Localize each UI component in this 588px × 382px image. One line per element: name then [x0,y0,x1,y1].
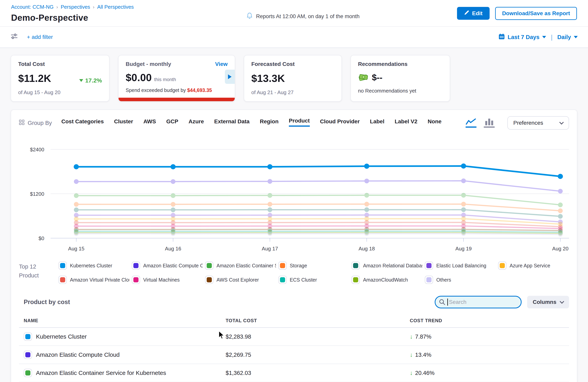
budget-card: Budget - monthly View $0.00 this month S… [118,55,235,102]
tab-external-data[interactable]: External Data [214,118,250,128]
preferences-dropdown[interactable]: Preferences [507,116,569,130]
recommendations-subtext: no Recommendations yet [358,88,442,94]
legend-item[interactable]: Others [425,276,496,284]
legend-title: Top 12 Product [19,261,59,284]
legend-item[interactable]: Amazon Virtual Private Cloud [59,276,129,284]
legend-item[interactable]: AWS Cost Explorer [205,276,276,284]
table-row[interactable]: Amazon Elastic Compute Cloud$2,269.75↓13… [19,346,569,364]
legend-item[interactable]: Azure App Service [498,261,569,270]
product-name: Kubernetes Cluster [36,333,87,340]
table-row[interactable]: Amazon Elastic Container Service for Kub… [19,364,569,382]
cost-trend-cell: ↓13.4% [410,351,569,358]
column-header-total-cost[interactable]: TOTAL COST [226,318,410,324]
trend-down-arrow-icon: ↓ [410,351,413,358]
money-banknotes-icon [358,72,368,83]
edit-button[interactable]: Edit [457,7,490,20]
x-axis-tick-label: Aug 17 [262,246,278,251]
tab-gcp[interactable]: GCP [166,118,178,128]
x-axis-tick-label: Aug 16 [165,246,181,251]
series-color-chip [278,261,287,270]
add-filter-button[interactable]: + add filter [27,34,53,40]
y-axis-tick-label: $1200 [30,191,44,197]
series-color-chip [425,261,433,270]
budget-expand-toggle[interactable] [225,70,235,84]
series-color-chip [498,261,506,270]
tab-cost-categories[interactable]: Cost Categories [62,118,104,128]
tab-cloud-provider[interactable]: Cloud Provider [320,118,360,128]
series-color-chip [352,276,360,284]
trend-value: 13.4% [415,352,431,358]
active-underline [465,127,477,128]
legend-item[interactable]: Virtual Machines [132,276,203,284]
series-color-chip [132,276,140,284]
legend-item[interactable]: Storage [278,261,349,270]
tab-label[interactable]: Label [370,118,384,128]
columns-dropdown[interactable]: Columns [527,296,569,308]
legend-item[interactable]: Elastic Load Balancing [425,261,496,270]
legend-item-label: Storage [290,263,307,268]
breadcrumb-link[interactable]: Account: CCM-NG [11,4,54,10]
tab-region[interactable]: Region [260,118,279,128]
breadcrumb-link[interactable]: Perspectives [61,4,90,10]
trend-down-arrow-icon: ↓ [410,333,413,340]
legend-item-label: Kubernetes Cluster [70,263,112,268]
table-section-header: Product by cost Columns [19,296,569,308]
breadcrumb: Account: CCM-NG›Perspectives›All Perspec… [11,4,181,10]
recommendations-value: $-- [372,73,382,82]
chevron-down-icon [574,36,578,38]
series-amazon-elastic-container-service-for-kubernetes [74,193,563,207]
tab-aws[interactable]: AWS [144,118,156,128]
trend-down-arrow-icon: ↓ [410,370,413,376]
x-axis-tick-label: Aug 19 [455,246,472,251]
legend-item[interactable]: Amazon Elastic Container Se... [205,261,276,270]
reports-note-text: Reports At 12:00 AM, on day 1 of the mon… [256,13,360,19]
breadcrumb-separator: › [56,4,58,10]
legend-item[interactable]: Kubernetes Cluster [59,261,129,270]
total-cost-title: Total Cost [18,61,102,67]
column-header-name[interactable]: NAME [19,318,226,324]
edit-button-label: Edit [472,10,483,17]
chart-legend: Top 12 Product Kubernetes ClusterAmazon … [19,261,569,284]
table-row[interactable]: Kubernetes Cluster$2,283.98↓7.87% [19,328,569,346]
forecasted-cost-card: Forecasted Cost $13.3K of Aug 21 - Aug 2… [244,55,342,102]
series-color-chip [352,261,360,270]
budget-view-link[interactable]: View [215,61,228,67]
tab-product[interactable]: Product [289,118,310,127]
trend-value: 20.46% [415,370,435,376]
breadcrumb-link[interactable]: All Perspectives [97,4,134,10]
bell-icon [246,12,253,21]
bar-chart-toggle[interactable] [484,118,495,128]
legend-item[interactable]: Amazon Relational Database ... [352,261,422,270]
legend-item-label: ECS Cluster [290,277,317,283]
budget-exceeded-amount: $44,693.35 [187,87,212,93]
tab-label-v2[interactable]: Label V2 [395,118,417,128]
tab-cluster[interactable]: Cluster [114,118,133,128]
date-range-label: Last 7 Days [508,34,539,40]
group-by-row: Group By Cost CategoriesClusterAWSGCPAzu… [19,116,569,130]
recommendations-card: Recommendations $-- no Recommendations y… [351,55,450,102]
table-body: Kubernetes Cluster$2,283.98↓7.87%Amazon … [19,328,569,382]
filter-sliders-icon[interactable] [10,33,18,41]
granularity-dropdown[interactable]: Daily [557,34,578,40]
series-amazon-virtual-private-cloud [74,220,563,229]
legend-item-label: Amazon Virtual Private Cloud [70,277,129,283]
column-header-cost-trend[interactable]: COST TREND [410,318,569,324]
cost-line-chart[interactable]: $2400$1200$0Aug 15Aug 16Aug 17Aug 18Aug … [19,141,572,260]
total-cost-cell: $2,269.75 [226,352,410,358]
y-axis-tick-label: $0 [39,235,44,241]
date-range-dropdown[interactable]: Last 7 Days [499,33,546,41]
legend-item[interactable]: Amazon Elastic Compute Clo... [132,261,203,270]
tab-none[interactable]: None [428,118,441,128]
total-cost-cell: $2,283.98 [226,333,410,340]
line-chart-toggle[interactable] [465,118,477,128]
trend-down-icon [79,79,83,82]
group-by-label-wrap: Group By [19,120,52,127]
download-save-report-button[interactable]: Download/Save as Report [495,7,577,20]
recommendations-title: Recommendations [358,61,442,67]
tab-azure[interactable]: Azure [189,118,204,128]
legend-item[interactable]: ECS Cluster [278,276,349,284]
page-header: Account: CCM-NG›Perspectives›All Perspec… [0,0,588,27]
series-kubernetes-cluster [74,163,563,179]
forecasted-cost-value: $13.3K [251,72,285,84]
legend-item[interactable]: AmazonCloudWatch [352,276,422,284]
